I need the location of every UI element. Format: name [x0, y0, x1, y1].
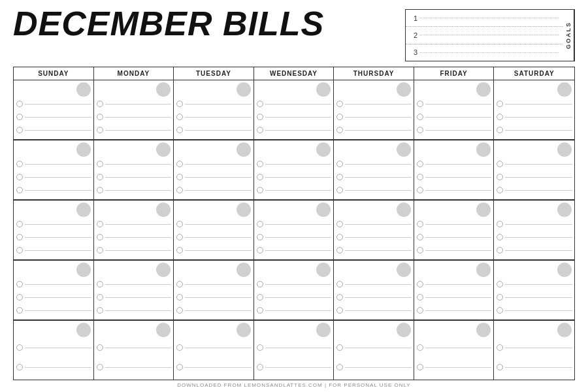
goals-row-2: 2 — [406, 27, 563, 44]
cell-w2-fri — [414, 140, 495, 199]
cell-w3-tue — [174, 201, 254, 259]
cell-w4-fri — [414, 261, 495, 319]
header-saturday: SATURDAY — [494, 67, 574, 80]
cell-w4-tue — [174, 261, 254, 319]
page: December Bills 1 2 3 GOALS — [0, 0, 588, 392]
cell-w5-tue — [174, 321, 254, 380]
goals-row-3: 3 — [406, 44, 563, 61]
cell-w2-thu — [334, 140, 414, 199]
goals-rows: 1 2 3 — [406, 10, 563, 61]
week-1 — [14, 80, 574, 140]
header-thursday: THURSDAY — [334, 67, 414, 80]
cell-w1-tue — [174, 80, 254, 139]
header-monday: MONDAY — [94, 67, 174, 80]
cell-w5-mon — [94, 321, 174, 380]
header-wednesday: WEDNESDAY — [254, 67, 335, 80]
cell-w2-wed — [254, 140, 335, 199]
cell-w5-wed — [254, 321, 335, 380]
cell-w2-sat — [494, 140, 574, 199]
cell-w5-fri — [414, 321, 495, 380]
calendar-header: SUNDAY MONDAY TUESDAY WEDNESDAY THURSDAY… — [14, 67, 574, 80]
header-tuesday: TUESDAY — [174, 67, 254, 80]
goals-num-1: 1 — [410, 14, 417, 22]
page-title: December Bills — [13, 7, 324, 41]
week-3 — [14, 201, 574, 261]
header: December Bills 1 2 3 GOALS — [13, 7, 575, 61]
goals-num-2: 2 — [410, 31, 417, 39]
cell-w4-thu — [334, 261, 414, 319]
week-5 — [14, 321, 574, 380]
cell-w3-sat — [494, 201, 574, 259]
cell-w5-thu — [334, 321, 414, 380]
header-friday: FRIDAY — [414, 67, 495, 80]
week-2 — [14, 140, 574, 201]
calendar: SUNDAY MONDAY TUESDAY WEDNESDAY THURSDAY… — [13, 67, 575, 380]
cell-w1-sat — [494, 80, 574, 139]
cell-w1-fri — [414, 80, 495, 139]
cell-w3-thu — [334, 201, 414, 259]
cell-w5-sun — [14, 321, 94, 380]
goals-line-3 — [420, 52, 559, 53]
cell-w2-sun — [14, 140, 94, 199]
goals-row-1: 1 — [406, 10, 563, 27]
cell-w4-mon — [94, 261, 174, 319]
cell-w1-mon — [94, 80, 174, 139]
cell-w5-sat — [494, 321, 574, 380]
cell-w4-sun — [14, 261, 94, 319]
goals-label: GOALS — [563, 10, 574, 61]
cell-w1-thu — [334, 80, 414, 139]
header-sunday: SUNDAY — [14, 67, 94, 80]
goals-line-2 — [420, 35, 559, 35]
cell-w3-wed — [254, 201, 335, 259]
week-4 — [14, 261, 574, 321]
cell-w2-tue — [174, 140, 254, 199]
cell-w3-mon — [94, 201, 174, 259]
cell-w1-sun — [14, 80, 94, 139]
cell-w3-fri — [414, 201, 495, 259]
goals-line-1 — [420, 18, 559, 18]
cell-w4-wed — [254, 261, 335, 319]
footer: DOWNLOADED FROM LEMONSANDLATTES.COM | FO… — [13, 380, 575, 389]
cell-w2-mon — [94, 140, 174, 199]
goals-num-3: 3 — [410, 48, 417, 56]
goals-box: 1 2 3 GOALS — [405, 9, 575, 61]
cell-w3-sun — [14, 201, 94, 259]
footer-text: DOWNLOADED FROM LEMONSANDLATTES.COM | FO… — [177, 382, 410, 388]
calendar-body — [14, 80, 574, 380]
cell-w1-wed — [254, 80, 335, 139]
cell-w4-sat — [494, 261, 574, 319]
